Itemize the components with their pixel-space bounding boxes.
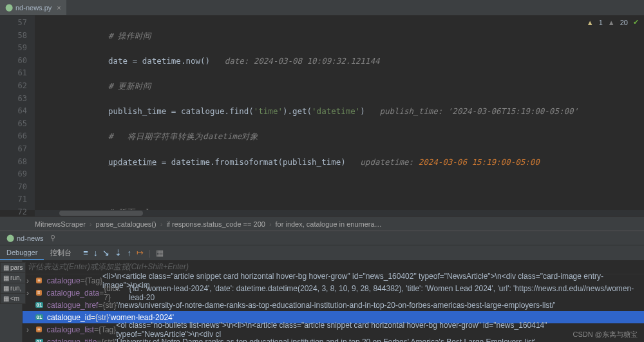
code-text: ) [360,106,365,116]
chevron-right-icon[interactable]: › [26,289,34,298]
editor-tab-bar: ⬤ nd-news.py × [0,0,644,15]
line-number[interactable]: 61 [0,67,27,80]
code-comment: # 将日期字符串转换为 [108,131,203,141]
line-number[interactable]: 65 [0,118,27,131]
tab-debugger[interactable]: Debugger [0,245,44,260]
variable-row[interactable]: › ≡ catalogue_list = {Tag} <ol class="no… [23,323,644,336]
line-number[interactable]: 64 [0,105,27,118]
variable-row[interactable]: › ≡ catalogue_data = {dict: 7} {'id': 'w… [23,287,644,299]
str-type-icon: 01 [34,337,44,343]
debug-run-name: nd-news [17,234,44,242]
breadcrumb-item[interactable]: MitnewsScraper [35,220,86,228]
breadcrumb-item[interactable]: for index, catalogue in enumera… [276,220,382,228]
code-comment: # 更新时间 [108,81,151,91]
step-into-my-icon[interactable]: ↘ [102,248,109,258]
variable-type: {Tag} [85,276,102,285]
warning-icon: ▲ [587,19,594,26]
debug-run-tab[interactable]: ⬤ nd-news ⚲ [0,231,62,245]
horizontal-scrollbar[interactable] [35,210,644,216]
line-number[interactable]: 70 [0,181,27,194]
chevron-right-icon: › [160,220,163,228]
code-string: 'time' [254,106,283,116]
inlay-hint-label: updatetime: [360,157,418,167]
close-icon[interactable]: × [57,4,61,12]
calculator-icon[interactable]: ▦ [156,248,164,258]
inlay-hint-value: 2024-03-06 15:19:00-05:00 [419,157,540,167]
breadcrumb-bar: MitnewsScraper› parse_catalogues()› if r… [0,216,644,231]
code-comment: 对象 [242,131,258,141]
inlay-hint-value: 2024-03-08 10:09:32.121144 [254,56,380,66]
variable-name: catalogue [47,276,80,285]
chevron-right-icon: › [90,220,92,228]
line-number[interactable]: 72 [0,206,27,219]
chevron-right-icon[interactable]: › [26,276,34,285]
step-into-icon[interactable]: ↓ [93,248,98,258]
line-number[interactable]: 59 [0,42,27,55]
variable-type: {Tag} [99,325,116,334]
variable-name: catalogue_id [47,313,91,322]
chevron-right-icon: › [269,220,272,228]
variable-row[interactable]: 01 catalogue_href = {str} '/news/univers… [23,299,644,311]
code-text: ).get( [283,106,312,116]
step-out-icon[interactable]: ↑ [127,248,131,258]
code-text: publish_time = catalogue.find( [108,106,254,116]
line-number-gutter: 57 58 59 60 61 62 63 64 65 66 67 68 69 7… [0,15,35,210]
variables-panel: 评估表达式(Enter)或添加监视(Ctrl+Shift+Enter) › ≡ … [23,260,644,342]
line-number[interactable]: 63 [0,93,27,106]
inlay-hint-label: publish_time: [379,106,447,116]
line-number[interactable]: 66 [0,130,27,143]
tab-console[interactable]: 控制台 [44,245,78,260]
variable-type: {str} [101,337,115,343]
line-number[interactable]: 57 [0,17,27,30]
variable-name: catalogue_href [47,301,98,310]
variable-type: {str} [95,313,109,322]
variable-row[interactable]: 01 catalogue_title = {str} 'University o… [23,336,644,342]
tag-type-icon: ≡ [34,276,44,285]
variable-value: 'University of Notre Dame ranks as top e… [115,337,536,343]
editor-tab-active[interactable]: ⬤ nd-news.py × [0,0,66,15]
code-comment: datetime [203,131,242,141]
tag-type-icon: ≡ [34,325,44,334]
side-tool-tab[interactable]: ▦ <m [0,293,26,304]
chevron-right-icon[interactable]: › [26,325,34,334]
run-to-cursor-icon[interactable]: ↦ [137,248,144,258]
watermark-text: CSDN @东离与糖宝 [573,330,638,339]
code-editor[interactable]: # 操作时间 date = datetime.now() date: 2024-… [35,15,644,210]
line-number[interactable]: 68 [0,156,27,169]
line-number[interactable]: 60 [0,55,27,68]
code-string: 'datetime' [312,106,360,116]
line-number[interactable]: 62 [0,80,27,93]
python-file-icon: ⬤ [5,3,13,12]
force-step-into-icon[interactable]: ⇣ [115,248,122,258]
line-number[interactable]: 67 [0,143,27,156]
side-tool-tab[interactable]: ▦ pars [0,262,26,273]
inspection-status[interactable]: ▲1 ▲20 ✔ [587,18,639,26]
breadcrumb-item[interactable]: parse_catalogues() [96,220,156,228]
debug-body: ⚙ 评估表达式(Enter)或添加监视(Ctrl+Shift+Enter) › … [0,260,644,342]
code-text: date = datetime.now() [108,56,210,66]
dict-type-icon: ≡ [34,289,44,298]
code-text: = datetime.fromisoformat(publish_time) [156,157,346,167]
variable-value: '/news/university-of-notre-dame-ranks-as… [117,301,556,310]
code-comment: # 操作时间 [108,31,151,41]
step-over-icon[interactable]: ≡ [83,248,88,258]
weak-warning-icon: ▲ [608,19,615,26]
ok-icon: ✔ [633,18,639,26]
debug-run-tabs: ⬤ nd-news ⚲ [0,231,644,245]
side-tool-tab[interactable]: ▦ run, [0,272,26,283]
weak-warning-count: 20 [620,19,628,26]
python-icon: ⬤ [6,234,14,242]
pin-icon[interactable]: ⚲ [50,234,55,242]
line-number[interactable]: 69 [0,168,27,181]
line-number[interactable]: 71 [0,193,27,206]
variable-type: {str} [102,301,116,310]
variable-name: catalogue_data [46,289,99,298]
str-type-icon: 01 [34,313,44,322]
str-type-icon: 01 [34,301,44,310]
scrollbar-thumb[interactable] [59,211,143,216]
breadcrumb-item[interactable]: if response.status_code == 200 [166,220,265,228]
inlay-hint-value: '2024-03-06T15:19:00-05:00' [448,106,578,116]
variable-name: catalogue_title [47,337,97,343]
line-number[interactable]: 58 [0,30,27,43]
side-tool-tab[interactable]: ▦ run, [0,283,26,294]
